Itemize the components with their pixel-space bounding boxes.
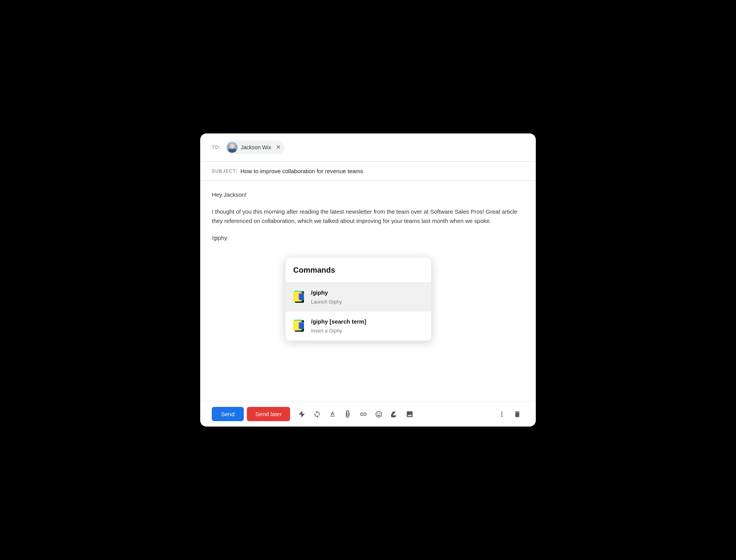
text-format-icon[interactable]: [326, 407, 339, 421]
commands-header: Commands: [285, 258, 431, 283]
google-drive-icon[interactable]: [387, 407, 401, 421]
send-button[interactable]: Send: [212, 407, 244, 421]
emoji-icon[interactable]: [372, 407, 386, 421]
command-name-giphy-search: /giphy [search term]: [311, 317, 424, 326]
body-paragraph: I thought of you this morning after read…: [212, 207, 524, 226]
lightning-icon[interactable]: [295, 407, 309, 421]
command-info-giphy: /giphy Launch Giphy: [311, 288, 424, 306]
subject-text: How to improve collaboration for revenue…: [240, 168, 363, 174]
recipient-chip[interactable]: Jackson Wix ✕: [225, 140, 285, 154]
to-label: TO:: [212, 145, 221, 150]
email-compose-window: TO: Jackson Wix ✕ SUBJECT: How to improv…: [200, 133, 536, 427]
subject-label: SUBJECT:: [212, 169, 237, 174]
attach-icon[interactable]: [341, 407, 355, 421]
body-area[interactable]: Hey Jackson! I thought of you this morni…: [200, 181, 536, 401]
toolbar: Send Send later: [200, 401, 536, 427]
commands-dropdown: Commands /giphy Launch Giphy: [285, 257, 432, 341]
image-icon[interactable]: [403, 407, 417, 421]
sync-icon[interactable]: [310, 407, 324, 421]
command-name-giphy: /giphy: [311, 288, 424, 297]
command-item-giphy[interactable]: /giphy Launch Giphy: [285, 283, 431, 312]
commands-title: Commands: [293, 266, 335, 274]
link-icon[interactable]: [356, 407, 370, 421]
command-desc-giphy: Launch Giphy: [311, 298, 424, 306]
avatar: [227, 142, 238, 153]
remove-recipient-button[interactable]: ✕: [276, 144, 281, 150]
to-field: TO: Jackson Wix ✕: [200, 133, 536, 162]
giphy-command-text: /giphy: [212, 233, 524, 243]
delete-icon[interactable]: [510, 407, 524, 421]
send-later-button[interactable]: Send later: [247, 407, 290, 421]
body-greeting: Hey Jackson!: [212, 190, 524, 199]
command-item-giphy-search[interactable]: /giphy [search term] Insert a Giphy: [285, 312, 431, 341]
command-desc-giphy-search: Insert a Giphy: [311, 327, 424, 335]
command-info-giphy-search: /giphy [search term] Insert a Giphy: [311, 317, 424, 335]
giphy-search-icon: [293, 320, 306, 332]
more-options-icon[interactable]: [495, 407, 509, 421]
giphy-icon: [293, 291, 306, 303]
recipient-name: Jackson Wix: [241, 144, 271, 150]
subject-field: SUBJECT: How to improve collaboration fo…: [200, 162, 536, 181]
